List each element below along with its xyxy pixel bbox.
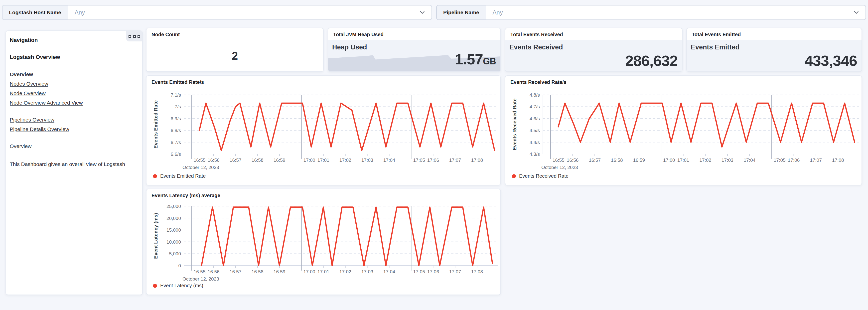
svg-text:0: 0 [178,263,181,268]
svg-text:4.5/s: 4.5/s [530,128,540,133]
chevron-down-icon [418,5,432,20]
nav-link-node-overview[interactable]: Node Overview [10,90,46,96]
filter-value[interactable]: Any [486,5,852,20]
svg-text:6.6/s: 6.6/s [171,152,181,157]
nav-link-overview[interactable]: Overview [10,71,33,78]
svg-text:16:56: 16:56 [567,157,579,163]
svg-text:16:57: 16:57 [589,157,601,163]
svg-text:6.7/s: 6.7/s [171,140,181,145]
svg-text:4.7/s: 4.7/s [530,104,540,109]
svg-text:16:58: 16:58 [252,157,264,163]
svg-text:16:57: 16:57 [229,269,242,274]
svg-text:17:01: 17:01 [317,157,330,163]
svg-text:17:06: 17:06 [788,157,800,163]
nav-heading: Navigation [10,37,38,43]
panel-title: Total Events Received [510,32,563,37]
svg-text:10,000: 10,000 [166,239,181,245]
navigation-panel: Navigation Logstash Overview Overview No… [5,30,143,295]
jvm-heap-metric: Heap Used 1.57GB [328,40,500,71]
legend-dot-icon [512,174,516,178]
svg-text:16:59: 16:59 [274,269,285,274]
metric-label: Events Received [509,43,563,51]
svg-text:17:02: 17:02 [339,269,351,274]
svg-text:Events Emitted Rate: Events Emitted Rate [153,100,158,149]
events-emitted-rate-chart-panel: Events Emitted Rate/s 7.1/s7/s6.9/s6.8/s… [146,75,501,185]
legend-item-events-emitted-rate[interactable]: Events Emitted Rate [153,173,206,179]
svg-text:16:59: 16:59 [633,157,645,163]
svg-text:4.6/s: 4.6/s [530,116,540,121]
nav-link-node-overview-advanced-view[interactable]: Node Overview Advanced View [10,100,83,106]
svg-text:16:58: 16:58 [252,269,264,274]
svg-text:16:55: 16:55 [194,157,206,163]
nav-subheading: Overview [10,143,32,149]
svg-text:17:02: 17:02 [699,157,711,163]
panel-title: Node Count [152,32,180,37]
events-received-metric: Events Received 286,632 [505,40,682,71]
panel-title: Total JVM Heap Used [333,32,383,37]
events-received-rate-chart-panel: Events Received Rate/s 4.8/s4.7/s4.6/s4.… [505,75,862,185]
svg-text:October 12, 2023: October 12, 2023 [182,165,219,170]
svg-text:16:59: 16:59 [274,157,285,163]
filter-logstash-host-name[interactable]: Logstash Host Name Any [2,5,432,20]
svg-text:17:08: 17:08 [471,157,483,163]
svg-text:17:07: 17:07 [449,269,461,274]
svg-text:17:08: 17:08 [832,157,844,163]
svg-text:6.8/s: 6.8/s [171,128,181,133]
svg-text:15,000: 15,000 [166,227,181,232]
svg-text:October 12, 2023: October 12, 2023 [182,276,219,282]
svg-text:17:04: 17:04 [744,157,756,163]
svg-text:16:56: 16:56 [208,269,220,274]
heap-used-unit: GB [483,56,496,66]
svg-text:17:07: 17:07 [810,157,822,163]
svg-text:16:55: 16:55 [194,269,206,274]
svg-text:16:57: 16:57 [229,157,242,163]
metric-label: Heap Used [332,43,367,51]
events-latency-chart[interactable]: 25,00020,00015,00010,0005,000016:5516:56… [147,189,500,294]
metric-label: Events Emitted [691,43,740,51]
events-received-rate-chart[interactable]: 4.8/s4.7/s4.6/s4.5/s4.4/s4.3/s16:5516:56… [505,76,862,185]
nav-link-pipelines-overview[interactable]: Pipelines Overview [10,117,54,123]
svg-text:17:04: 17:04 [383,269,395,274]
svg-text:17:07: 17:07 [449,157,461,163]
svg-text:17:00: 17:00 [304,269,315,274]
panel-title: Events Received Rate/s [510,80,566,85]
panel-title: Events Latency (ms) average [152,193,220,198]
legend-label: Events Received Rate [519,173,568,179]
filter-value[interactable]: Any [68,5,418,20]
svg-text:4.3/s: 4.3/s [530,152,540,157]
svg-text:17:02: 17:02 [339,157,351,163]
svg-text:16:58: 16:58 [611,157,623,163]
svg-text:17:05: 17:05 [413,269,425,274]
filter-pipeline-name[interactable]: Pipeline Name Any [436,5,866,20]
events-emitted-rate-chart[interactable]: 7.1/s7/s6.9/s6.8/s6.7/s6.6/s16:5516:5616… [147,76,500,185]
svg-text:17:06: 17:06 [427,269,439,274]
jvm-heap-panel: Total JVM Heap Used Heap Used 1.57GB [328,28,501,72]
svg-text:17:03: 17:03 [361,157,373,163]
panel-title: Events Emitted Rate/s [152,80,204,85]
svg-text:17:05: 17:05 [774,157,786,163]
events-emitted-panel: Total Events Emitted Events Emitted 433,… [686,28,862,72]
legend-item-event-latency[interactable]: Event Latency (ms) [153,283,203,288]
svg-text:4.4/s: 4.4/s [530,140,540,145]
svg-text:17:03: 17:03 [361,269,373,274]
svg-text:25,000: 25,000 [166,204,181,209]
nav-description: This Dashboard gives an overall view of … [10,159,132,169]
events-emitted-value: 433,346 [805,52,857,69]
events-received-value: 286,632 [625,52,678,69]
legend-item-events-received-rate[interactable]: Events Received Rate [512,173,568,179]
heap-used-value: 1.57GB [455,51,496,68]
svg-text:October 12, 2023: October 12, 2023 [541,165,578,170]
svg-text:17:05: 17:05 [413,157,425,163]
svg-text:16:55: 16:55 [553,157,564,163]
svg-text:17:06: 17:06 [427,157,439,163]
svg-text:17:01: 17:01 [317,269,330,274]
filter-label: Logstash Host Name [2,5,68,20]
nav-link-nodes-overview[interactable]: Nodes Overview [10,81,48,87]
svg-text:7.1/s: 7.1/s [171,92,181,98]
svg-text:17:08: 17:08 [471,269,483,274]
svg-text:6.9/s: 6.9/s [171,116,181,121]
panel-options-button[interactable] [126,31,142,41]
nav-link-pipeline-details-overview[interactable]: Pipeline Details Overview [10,126,69,132]
svg-text:17:00: 17:00 [304,157,315,163]
node-count-panel: Node Count 2 [146,28,324,72]
